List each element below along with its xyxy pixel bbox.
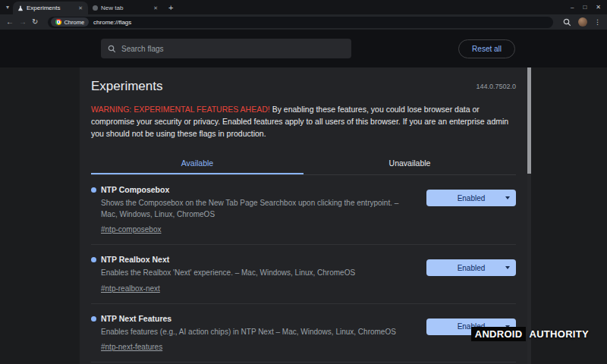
zoom-icon[interactable] [563,18,571,27]
flag-select-dropdown[interactable]: Enabled [426,190,516,206]
tab-close-icon[interactable]: ✕ [153,5,159,12]
chevron-down-icon [505,196,510,199]
flag-permalink[interactable]: #ntp-realbox-next [101,284,160,293]
tab-title: Experiments [27,5,74,11]
flag-description: Enables features (e.g., AI action chips)… [101,327,404,338]
menu-kebab-icon[interactable]: ⋮ [594,18,601,26]
minimize-button[interactable]: – [571,4,574,11]
flag-name: NTP Realbox Next [101,255,404,264]
flag-modified-dot-icon [91,187,96,193]
chip-label: Chrome [64,19,84,26]
flag-row: NTP Realbox Next Enables the Realbox 'Ne… [91,245,516,304]
flag-select-value: Enabled [458,194,486,202]
flag-select-dropdown[interactable]: Enabled [426,259,516,276]
profile-avatar[interactable] [578,17,587,27]
address-url: chrome://flags [93,19,131,26]
omnibox[interactable]: Chrome chrome://flags [48,17,553,28]
tab-strip: ▾ Experiments ✕ New tab ✕ + – □ ✕ [0,0,607,14]
warning-strong: WARNING: EXPERIMENTAL FEATURES AHEAD! [91,105,270,114]
flag-name: NTP Composebox [101,185,404,194]
flag-modified-dot-icon [91,257,96,262]
new-tab-button[interactable]: + [163,3,178,12]
android-authority-watermark: ANDROID AUTHORITY [471,327,589,341]
flag-info: NTP Realbox Next Enables the Realbox 'Ne… [91,255,404,294]
flag-modified-dot-icon [91,316,96,322]
watermark-authority: AUTHORITY [529,328,589,340]
chrome-chip: Chrome [51,17,89,27]
forward-button[interactable]: → [19,18,27,26]
maximize-button[interactable]: □ [583,4,587,11]
flag-info: NTP Next Features Enables features (e.g.… [91,314,404,353]
page-title: Experiments [91,79,162,94]
flag-row: NTP Next Features Enables features (e.g.… [91,304,516,363]
chrome-logo-icon [55,19,61,25]
window-controls: – □ ✕ [571,0,601,14]
tab-search-icon[interactable]: ▾ [2,4,13,11]
flag-row: NTP Composebox Shows the Composebox on t… [91,175,516,245]
scrollbar-thumb[interactable] [527,67,531,174]
flag-permalink[interactable]: #ntp-composebox [101,225,162,234]
flags-header-band: Reset all [0,30,607,67]
toolbar-right: ⋮ [563,17,601,27]
flags-tabs: Available Unavailable [91,152,516,175]
page-favicon [93,5,98,11]
tab-available[interactable]: Available [91,152,304,174]
experiments-warning: WARNING: EXPERIMENTAL FEATURES AHEAD! By… [91,104,516,140]
flag-name: NTP Next Features [101,314,404,323]
flag-text: NTP Realbox Next Enables the Realbox 'Ne… [101,255,404,294]
flag-info: NTP Composebox Shows the Composebox on t… [91,185,404,235]
flag-text: NTP Next Features Enables features (e.g.… [101,314,404,353]
window-close-button[interactable]: ✕ [596,4,601,11]
tab-experiments[interactable]: Experiments ✕ [13,2,88,14]
search-flags-box[interactable] [101,39,351,58]
reload-button[interactable]: ↻ [32,18,38,26]
search-icon [108,45,116,53]
tab-unavailable[interactable]: Unavailable [304,152,516,174]
title-row: Experiments 144.0.7502.0 [91,79,516,94]
tab-close-icon[interactable]: ✕ [77,5,83,12]
version-label: 144.0.7502.0 [476,83,516,90]
flag-permalink[interactable]: #ntp-next-features [101,343,162,351]
page-content: Experiments 144.0.7502.0 WARNING: EXPERI… [0,67,607,364]
flag-description: Enables the Realbox 'Next' experience. –… [101,268,404,279]
flag-text: NTP Composebox Shows the Composebox on t… [101,185,404,235]
scrollbar[interactable] [527,67,531,364]
browser-toolbar: ← → ↻ Chrome chrome://flags ⋮ [0,14,607,30]
flask-icon [17,5,24,11]
flags-column: Experiments 144.0.7502.0 WARNING: EXPERI… [80,67,527,364]
reset-all-button[interactable]: Reset all [458,39,515,58]
watermark-android: ANDROID [471,327,527,341]
flag-description: Shows the Composebox on the New Tab Page… [101,198,404,220]
search-flags-input[interactable] [121,45,344,53]
tab-title: New tab [101,5,149,11]
back-button[interactable]: ← [6,18,14,26]
chevron-down-icon [505,266,510,269]
flag-select-value: Enabled [458,264,486,272]
tab-new-tab[interactable]: New tab ✕ [88,2,163,14]
